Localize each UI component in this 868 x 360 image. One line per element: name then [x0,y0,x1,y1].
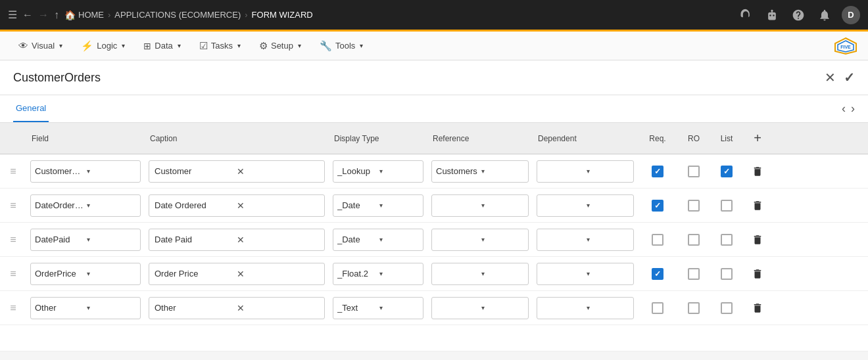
req-checkbox-0[interactable] [652,166,663,177]
dependent-select-1[interactable]: ▾ [537,194,634,217]
display-select-1[interactable]: _Date ▾ [333,194,423,217]
field-select-0[interactable]: CustomerKey ▾ [30,160,141,183]
delete-btn-0[interactable] [743,162,772,181]
reference-select-1[interactable]: ▾ [431,194,529,217]
caption-clear-0[interactable]: ✕ [237,166,319,177]
headset-icon[interactable] [736,6,755,24]
up-icon[interactable]: ↑ [54,9,59,21]
breadcrumb-wizard[interactable]: FORM WIZARD [252,10,313,20]
reference-select-3[interactable]: ▾ [431,263,529,285]
drag-handle-0[interactable]: ≡ [0,162,26,181]
req-checkbox-3[interactable] [652,268,663,280]
forward-icon[interactable]: → [38,9,49,21]
page-title: CustomerOrders [13,71,101,85]
list-checkbox-4[interactable] [721,302,733,314]
reference-cell-2: ▾ [427,225,533,255]
list-cell-4 [710,298,743,318]
ro-checkbox-2[interactable] [688,234,700,246]
nav-data[interactable]: ⊞ Data ▾ [135,37,188,55]
list-checkbox-1[interactable] [721,200,733,212]
dependent-select-3[interactable]: ▾ [537,263,634,285]
visual-icon: 👁 [18,40,28,51]
setup-icon: ⚙ [259,40,268,52]
caption-field-3[interactable]: Order Price ✕ [149,263,325,285]
breadcrumb-ecommerce[interactable]: APPLICATIONS (ECOMMERCE) [114,10,241,20]
reference-select-4[interactable]: ▾ [431,297,529,319]
bell-icon[interactable] [815,6,834,24]
confirm-icon[interactable]: ✓ [844,70,855,85]
ro-checkbox-4[interactable] [688,302,700,314]
reference-value-0: Customers [436,166,479,176]
col-header-field: Field [26,131,145,146]
caption-clear-3[interactable]: ✕ [237,269,319,279]
top-bar-right: D [736,6,860,24]
caption-value-4: Other [155,303,237,313]
req-checkbox-4[interactable] [652,302,663,314]
display-select-2[interactable]: _Date ▾ [333,229,423,251]
add-row-button[interactable]: + [743,128,772,148]
list-checkbox-3[interactable] [721,268,733,280]
help-icon[interactable] [789,6,808,24]
caption-field-0[interactable]: Customer ✕ [149,160,325,183]
five-logo: FIVE [834,37,857,55]
delete-btn-4[interactable] [743,298,772,318]
back-icon[interactable]: ← [22,9,33,21]
reference-select-2[interactable]: ▾ [431,229,529,251]
display-select-4[interactable]: _Text ▾ [333,297,423,319]
nav-setup[interactable]: ⚙ Setup ▾ [251,36,309,56]
delete-btn-1[interactable] [743,196,772,215]
breadcrumb-home[interactable]: HOME [78,10,104,20]
field-select-1[interactable]: DateOrdered ▾ [30,194,141,217]
nav-logic[interactable]: ⚡ Logic ▾ [73,36,133,56]
ro-checkbox-3[interactable] [688,268,700,280]
robot-icon[interactable] [763,6,781,24]
delete-btn-3[interactable] [743,264,772,284]
field-select-4[interactable]: Other ▾ [30,297,141,319]
tab-prev-icon[interactable]: ‹ [842,102,846,116]
ro-cell-2 [677,230,710,250]
caption-field-1[interactable]: Date Ordered ✕ [149,194,325,217]
col-header-req: Req. [638,131,677,146]
caption-clear-4[interactable]: ✕ [237,303,319,313]
field-cell-2: DatePaid ▾ [26,225,145,255]
caption-clear-2[interactable]: ✕ [237,235,319,245]
field-select-3[interactable]: OrderPrice ▾ [30,263,141,285]
display-arrow-2: ▾ [379,236,419,243]
nav-data-label: Data [155,41,172,51]
list-cell-0 [710,162,743,181]
close-icon[interactable]: ✕ [825,70,836,85]
avatar[interactable]: D [842,6,860,24]
nav-tasks[interactable]: ☑ Tasks ▾ [191,36,249,56]
caption-field-4[interactable]: Other ✕ [149,297,325,319]
drag-handle-1[interactable]: ≡ [0,196,26,215]
tab-next-icon[interactable]: › [851,102,855,116]
list-checkbox-0[interactable] [721,166,733,177]
drag-handle-2[interactable]: ≡ [0,230,26,250]
field-select-2[interactable]: DatePaid ▾ [30,229,141,251]
col-header-display: Display Type [329,131,427,146]
caption-clear-1[interactable]: ✕ [237,200,319,211]
req-cell-2 [638,230,677,250]
col-header-drag [0,136,26,141]
ro-checkbox-1[interactable] [688,200,700,212]
dependent-select-4[interactable]: ▾ [537,297,634,319]
ro-checkbox-0[interactable] [688,166,700,177]
field-cell-0: CustomerKey ▾ [26,156,145,187]
dependent-select-2[interactable]: ▾ [537,229,634,251]
reference-select-0[interactable]: Customers ▾ [431,160,529,183]
list-checkbox-2[interactable] [721,234,733,246]
delete-btn-2[interactable] [743,230,772,250]
drag-handle-4[interactable]: ≡ [0,298,26,318]
dependent-select-0[interactable]: ▾ [537,160,634,183]
display-select-0[interactable]: _Lookup ▾ [333,160,423,183]
table-row: ≡ DateOrdered ▾ Date Ordered ✕ _Date ▾ ▾ [0,189,868,223]
tab-general[interactable]: General [13,95,49,122]
caption-field-2[interactable]: Date Paid ✕ [149,229,325,251]
req-checkbox-1[interactable] [652,200,663,212]
req-checkbox-2[interactable] [652,234,663,246]
display-select-3[interactable]: _Float.2 ▾ [333,263,423,285]
menu-icon[interactable]: ☰ [8,9,17,21]
nav-tools[interactable]: 🔧 Tools ▾ [312,36,371,56]
drag-handle-3[interactable]: ≡ [0,264,26,284]
nav-visual[interactable]: 👁 Visual ▾ [11,36,70,55]
